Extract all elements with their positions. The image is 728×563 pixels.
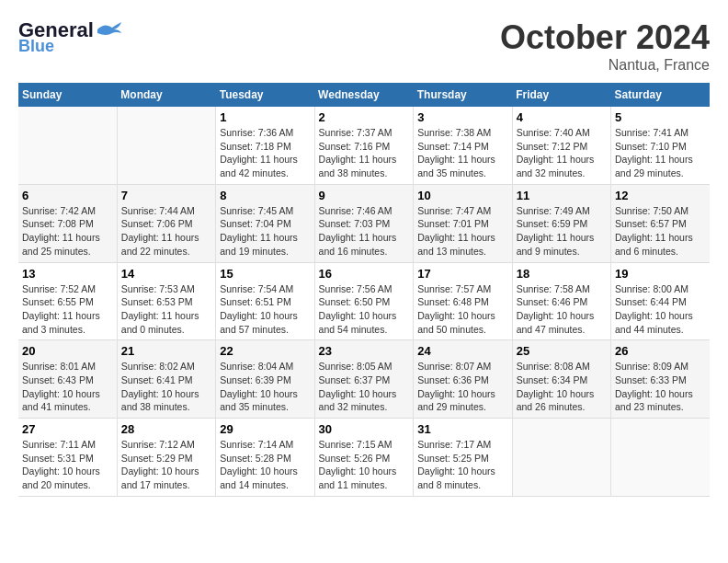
calendar-cell [512,419,610,497]
day-number: 31 [417,422,507,436]
calendar-cell: 30Sunrise: 7:15 AM Sunset: 5:26 PM Dayli… [314,419,414,497]
calendar-week-row: 1Sunrise: 7:36 AM Sunset: 7:18 PM Daylig… [18,107,710,184]
day-info: Sunrise: 7:58 AM Sunset: 6:46 PM Dayligh… [517,282,607,337]
calendar-cell [117,107,215,184]
calendar-cell: 10Sunrise: 7:47 AM Sunset: 7:01 PM Dayli… [414,184,512,262]
calendar-cell: 17Sunrise: 7:57 AM Sunset: 6:48 PM Dayli… [414,262,512,340]
calendar-cell: 5Sunrise: 7:41 AM Sunset: 7:10 PM Daylig… [611,107,710,184]
day-number: 30 [319,422,410,436]
calendar-cell: 18Sunrise: 7:58 AM Sunset: 6:46 PM Dayli… [512,262,610,340]
day-number: 15 [220,267,310,281]
month-title: October 2024 [500,18,710,57]
day-number: 2 [319,110,410,124]
day-info: Sunrise: 7:12 AM Sunset: 5:29 PM Dayligh… [121,438,211,492]
header-wednesday: Wednesday [314,83,414,107]
calendar-cell: 25Sunrise: 8:08 AM Sunset: 6:34 PM Dayli… [512,340,610,419]
calendar-cell: 22Sunrise: 8:04 AM Sunset: 6:39 PM Dayli… [216,340,314,419]
day-number: 14 [121,267,211,281]
day-info: Sunrise: 7:36 AM Sunset: 7:18 PM Dayligh… [220,126,310,180]
calendar-cell: 13Sunrise: 7:52 AM Sunset: 6:55 PM Dayli… [18,262,117,340]
day-number: 19 [615,267,706,281]
calendar-cell: 26Sunrise: 8:09 AM Sunset: 6:33 PM Dayli… [611,340,710,419]
calendar-cell: 6Sunrise: 7:42 AM Sunset: 7:08 PM Daylig… [18,184,117,262]
day-number: 23 [319,344,410,358]
calendar-week-row: 20Sunrise: 8:01 AM Sunset: 6:43 PM Dayli… [18,340,710,419]
day-info: Sunrise: 7:17 AM Sunset: 5:25 PM Dayligh… [417,438,507,492]
day-number: 10 [417,189,507,202]
day-number: 12 [615,189,706,202]
day-info: Sunrise: 7:56 AM Sunset: 6:50 PM Dayligh… [319,282,410,337]
day-number: 1 [220,110,310,124]
calendar-cell: 16Sunrise: 7:56 AM Sunset: 6:50 PM Dayli… [314,262,414,340]
day-info: Sunrise: 8:01 AM Sunset: 6:43 PM Dayligh… [22,360,113,414]
day-number: 29 [220,422,310,436]
day-info: Sunrise: 7:49 AM Sunset: 6:59 PM Dayligh… [517,204,607,259]
day-info: Sunrise: 7:37 AM Sunset: 7:16 PM Dayligh… [319,126,410,180]
day-info: Sunrise: 7:15 AM Sunset: 5:26 PM Dayligh… [319,438,410,492]
day-number: 20 [22,344,113,358]
calendar-cell: 21Sunrise: 8:02 AM Sunset: 6:41 PM Dayli… [117,340,215,419]
day-info: Sunrise: 7:40 AM Sunset: 7:12 PM Dayligh… [517,126,607,180]
calendar-cell: 8Sunrise: 7:45 AM Sunset: 7:04 PM Daylig… [216,184,314,262]
day-number: 26 [615,344,706,358]
day-info: Sunrise: 7:46 AM Sunset: 7:03 PM Dayligh… [319,204,410,259]
calendar-cell: 29Sunrise: 7:14 AM Sunset: 5:28 PM Dayli… [216,419,314,497]
day-number: 9 [319,189,410,202]
calendar-week-row: 27Sunrise: 7:11 AM Sunset: 5:31 PM Dayli… [18,419,710,497]
day-info: Sunrise: 7:53 AM Sunset: 6:53 PM Dayligh… [121,282,211,337]
day-info: Sunrise: 8:08 AM Sunset: 6:34 PM Dayligh… [517,360,607,414]
logo: General Blue [18,18,123,56]
day-info: Sunrise: 7:54 AM Sunset: 6:51 PM Dayligh… [220,282,310,337]
calendar-header-row: SundayMondayTuesdayWednesdayThursdayFrid… [18,83,710,107]
logo-blue: Blue [18,37,54,56]
header-friday: Friday [512,83,610,107]
day-info: Sunrise: 7:50 AM Sunset: 6:57 PM Dayligh… [615,204,706,259]
title-section: October 2024 Nantua, France [500,18,710,74]
logo-bird-icon [96,20,123,40]
calendar-cell: 3Sunrise: 7:38 AM Sunset: 7:14 PM Daylig… [414,107,512,184]
day-info: Sunrise: 8:05 AM Sunset: 6:37 PM Dayligh… [319,360,410,414]
day-number: 3 [417,110,507,124]
day-number: 18 [517,267,607,281]
day-info: Sunrise: 7:44 AM Sunset: 7:06 PM Dayligh… [121,204,211,259]
calendar-week-row: 13Sunrise: 7:52 AM Sunset: 6:55 PM Dayli… [18,262,710,340]
day-number: 7 [121,189,211,202]
calendar-cell: 14Sunrise: 7:53 AM Sunset: 6:53 PM Dayli… [117,262,215,340]
day-info: Sunrise: 7:41 AM Sunset: 7:10 PM Dayligh… [615,126,706,180]
calendar-cell [18,107,117,184]
header-tuesday: Tuesday [216,83,314,107]
day-info: Sunrise: 7:45 AM Sunset: 7:04 PM Dayligh… [220,204,310,259]
day-number: 28 [121,422,211,436]
day-number: 22 [220,344,310,358]
day-number: 27 [22,422,113,436]
day-number: 17 [417,267,507,281]
calendar-week-row: 6Sunrise: 7:42 AM Sunset: 7:08 PM Daylig… [18,184,710,262]
calendar-cell: 28Sunrise: 7:12 AM Sunset: 5:29 PM Dayli… [117,419,215,497]
day-number: 11 [517,189,607,202]
header-saturday: Saturday [611,83,710,107]
calendar-cell: 15Sunrise: 7:54 AM Sunset: 6:51 PM Dayli… [216,262,314,340]
calendar-cell: 27Sunrise: 7:11 AM Sunset: 5:31 PM Dayli… [18,419,117,497]
day-number: 21 [121,344,211,358]
day-info: Sunrise: 7:38 AM Sunset: 7:14 PM Dayligh… [417,126,507,180]
day-number: 13 [22,267,113,281]
calendar-cell: 2Sunrise: 7:37 AM Sunset: 7:16 PM Daylig… [314,107,414,184]
header-sunday: Sunday [18,83,117,107]
day-info: Sunrise: 8:02 AM Sunset: 6:41 PM Dayligh… [121,360,211,414]
header-thursday: Thursday [414,83,512,107]
day-info: Sunrise: 7:42 AM Sunset: 7:08 PM Dayligh… [22,204,113,259]
calendar-cell: 9Sunrise: 7:46 AM Sunset: 7:03 PM Daylig… [314,184,414,262]
day-number: 16 [319,267,410,281]
calendar-cell [611,419,710,497]
calendar-cell: 20Sunrise: 8:01 AM Sunset: 6:43 PM Dayli… [18,340,117,419]
day-number: 5 [615,110,706,124]
calendar-cell: 19Sunrise: 8:00 AM Sunset: 6:44 PM Dayli… [611,262,710,340]
calendar-cell: 4Sunrise: 7:40 AM Sunset: 7:12 PM Daylig… [512,107,610,184]
day-info: Sunrise: 8:04 AM Sunset: 6:39 PM Dayligh… [220,360,310,414]
day-info: Sunrise: 7:47 AM Sunset: 7:01 PM Dayligh… [417,204,507,259]
day-info: Sunrise: 8:09 AM Sunset: 6:33 PM Dayligh… [615,360,706,414]
calendar-cell: 24Sunrise: 8:07 AM Sunset: 6:36 PM Dayli… [414,340,512,419]
day-info: Sunrise: 7:11 AM Sunset: 5:31 PM Dayligh… [22,438,113,492]
header-monday: Monday [117,83,215,107]
calendar-cell: 12Sunrise: 7:50 AM Sunset: 6:57 PM Dayli… [611,184,710,262]
